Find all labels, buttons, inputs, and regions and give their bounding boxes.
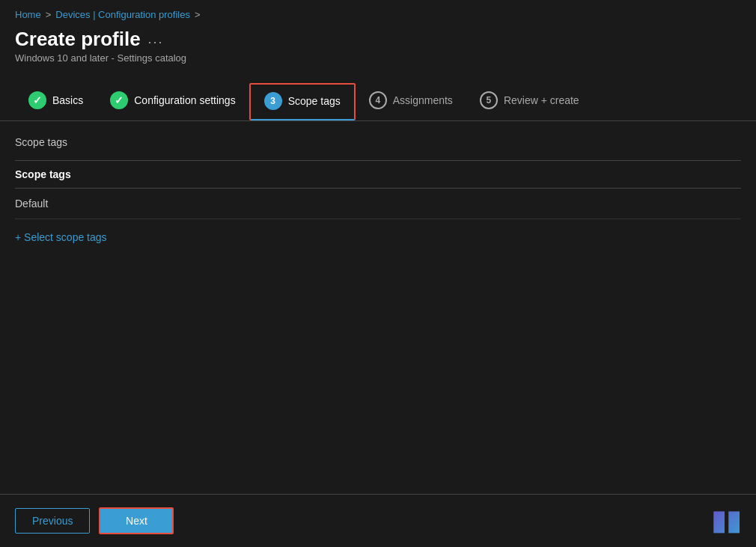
step-config-label: Configuration settings bbox=[134, 94, 235, 106]
logo-icon: ▮▮ bbox=[711, 505, 741, 537]
step-config-num: ✓ bbox=[110, 91, 128, 109]
step-scope-label: Scope tags bbox=[288, 95, 341, 107]
table-header: Scope tags bbox=[15, 161, 741, 189]
next-button[interactable]: Next bbox=[99, 507, 174, 534]
select-scope-tags-link[interactable]: + Select scope tags bbox=[15, 231, 107, 243]
step-review-create[interactable]: 5 Review + create bbox=[466, 84, 593, 120]
step-config-settings[interactable]: ✓ Configuration settings bbox=[97, 84, 249, 120]
page-title: Create profile bbox=[15, 28, 141, 51]
step-assignments-label: Assignments bbox=[393, 94, 453, 106]
step-basics-num: ✓ bbox=[28, 91, 46, 109]
step-assignments[interactable]: 4 Assignments bbox=[356, 84, 466, 120]
breadcrumb-sep1: > bbox=[46, 9, 52, 20]
step-review-num: 5 bbox=[480, 91, 498, 109]
more-options-button[interactable]: ... bbox=[148, 31, 164, 47]
breadcrumb-home[interactable]: Home bbox=[15, 9, 41, 20]
breadcrumb-sep2: > bbox=[195, 9, 201, 20]
table-row: Default bbox=[15, 189, 741, 219]
page-header: Create profile ... Windows 10 and later … bbox=[0, 25, 756, 76]
breadcrumb: Home > Devices | Configuration profiles … bbox=[0, 0, 756, 25]
breadcrumb-devices[interactable]: Devices | Configuration profiles bbox=[55, 9, 190, 20]
step-basics-label: Basics bbox=[52, 94, 83, 106]
section-title: Scope tags bbox=[15, 136, 741, 148]
page-subtitle: Windows 10 and later - Settings catalog bbox=[15, 52, 741, 64]
step-basics[interactable]: ✓ Basics bbox=[15, 84, 97, 120]
steps-bar: ✓ Basics ✓ Configuration settings 3 Scop… bbox=[0, 76, 756, 120]
previous-button[interactable]: Previous bbox=[15, 508, 90, 534]
footer: Previous Next ▮▮ bbox=[0, 494, 756, 547]
footer-logo: ▮▮ bbox=[711, 505, 741, 537]
step-review-label: Review + create bbox=[504, 94, 579, 106]
scope-tags-table: Scope tags Default bbox=[15, 160, 741, 219]
step-assignments-num: 4 bbox=[369, 91, 387, 109]
step-scope-tags[interactable]: 3 Scope tags bbox=[249, 83, 356, 120]
main-content: Scope tags Scope tags Default + Select s… bbox=[0, 121, 756, 494]
step-scope-num: 3 bbox=[264, 92, 282, 110]
